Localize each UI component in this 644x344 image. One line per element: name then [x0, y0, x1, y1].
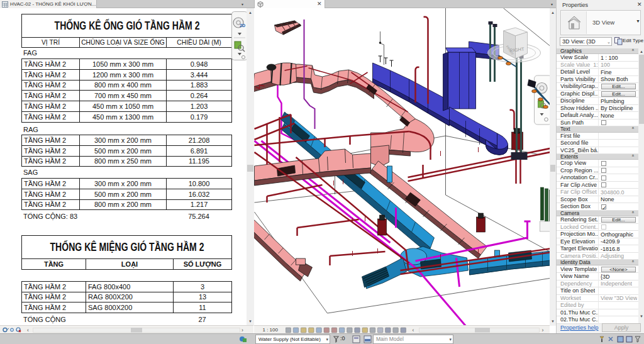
svg-text:2D: 2D: [240, 23, 245, 28]
